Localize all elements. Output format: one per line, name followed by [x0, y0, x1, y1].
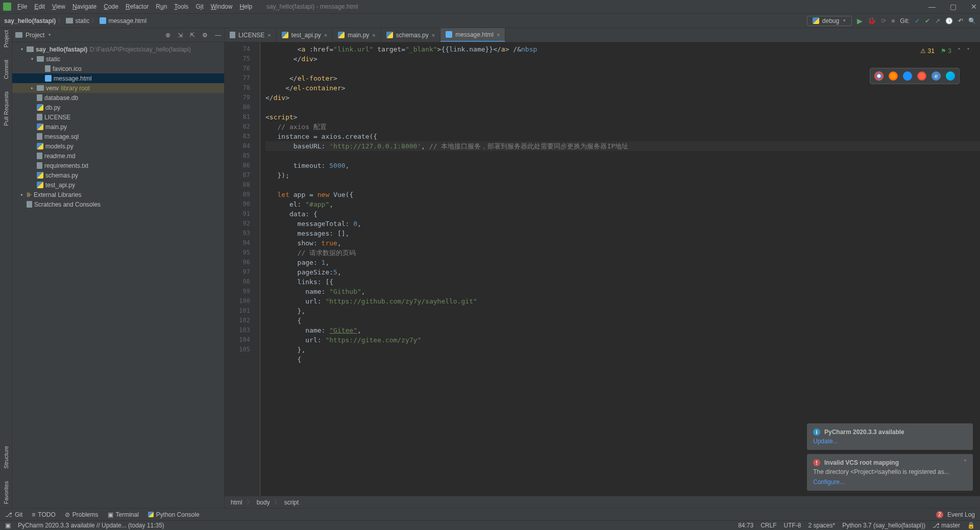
search-button[interactable]: 🔍: [968, 17, 976, 24]
update-link[interactable]: Update...: [813, 438, 838, 445]
opera-icon[interactable]: [917, 71, 926, 81]
expand-all-icon[interactable]: ⇲: [178, 32, 183, 39]
edge-icon[interactable]: [946, 71, 955, 81]
maximize-button[interactable]: ▢: [950, 3, 957, 11]
menu-refactor[interactable]: Refactor: [126, 3, 149, 10]
weak-warnings-count[interactable]: ⚑ 3: [941, 47, 951, 55]
collapse-all-icon[interactable]: ⇱: [190, 32, 195, 39]
tool-todo[interactable]: ≡TODO: [32, 511, 55, 518]
folder-icon: [66, 18, 73, 23]
cursor-position[interactable]: 84:73: [738, 522, 753, 529]
lock-icon[interactable]: 🔒: [967, 522, 975, 529]
tool-commit[interactable]: Commit: [3, 60, 9, 79]
tree-file[interactable]: main.py: [12, 122, 224, 132]
run-button[interactable]: ▶: [857, 17, 863, 25]
close-icon[interactable]: ×: [497, 32, 500, 38]
firefox-icon[interactable]: [889, 71, 898, 81]
close-icon[interactable]: ×: [324, 32, 327, 38]
settings-icon[interactable]: ⚙: [202, 32, 208, 39]
tree-favicon[interactable]: favicon.ico: [12, 64, 224, 73]
tree-venv[interactable]: ▸venvlibrary root: [12, 83, 224, 93]
tree-scratches[interactable]: Scratches and Consoles: [12, 199, 224, 209]
run-config-selector[interactable]: debug ▼: [807, 16, 852, 26]
encoding[interactable]: UTF-8: [784, 522, 801, 529]
git-update-button[interactable]: ✓: [915, 17, 920, 24]
debug-button[interactable]: 🐞: [868, 17, 876, 24]
tree-file[interactable]: db.py: [12, 103, 224, 112]
tool-favorites[interactable]: Favorites: [3, 481, 9, 504]
warnings-count[interactable]: ⚠ 31: [920, 47, 935, 55]
tree-file[interactable]: models.py: [12, 141, 224, 151]
menu-view[interactable]: View: [52, 3, 65, 10]
project-title[interactable]: Project: [26, 32, 44, 39]
menu-code[interactable]: Code: [104, 3, 118, 10]
tree-file[interactable]: readme.md: [12, 151, 224, 161]
tree-file[interactable]: LICENSE: [12, 112, 224, 122]
tree-file[interactable]: database.db: [12, 93, 224, 103]
tool-terminal[interactable]: ▣Terminal: [108, 511, 139, 518]
chrome-icon[interactable]: [874, 71, 884, 81]
close-icon[interactable]: ×: [267, 32, 271, 38]
minimize-button[interactable]: —: [928, 3, 936, 11]
menu-run[interactable]: Run: [156, 3, 167, 10]
expand-icon[interactable]: ˅: [964, 459, 967, 466]
tree-file[interactable]: requirements.txt: [12, 161, 224, 170]
tree-file[interactable]: test_api.py: [12, 180, 224, 190]
tab-message-html[interactable]: message.html×: [440, 28, 505, 42]
select-opened-file-icon[interactable]: ⊕: [165, 32, 170, 39]
hide-panel-icon[interactable]: —: [215, 32, 221, 39]
tool-problems[interactable]: ⊘Problems: [65, 511, 99, 518]
close-button[interactable]: ✕: [971, 3, 977, 11]
tool-structure[interactable]: Structure: [3, 446, 9, 469]
ie-icon[interactable]: e: [932, 71, 941, 81]
tree-static[interactable]: ▾static: [12, 54, 224, 64]
menu-tools[interactable]: Tools: [174, 3, 188, 10]
tree-file[interactable]: message.sql: [12, 132, 224, 141]
tab-test-api[interactable]: test_api.py×: [277, 28, 333, 42]
safari-icon[interactable]: [903, 71, 912, 81]
close-icon[interactable]: ×: [372, 32, 375, 38]
tool-pull-requests[interactable]: Pull Requests: [3, 91, 9, 126]
git-branch[interactable]: ⎇ master: [933, 522, 960, 529]
line-separator[interactable]: CRLF: [761, 522, 776, 529]
indent[interactable]: 2 spaces*: [808, 522, 836, 529]
menu-help[interactable]: Help: [239, 3, 252, 10]
menu-edit[interactable]: Edit: [34, 3, 45, 10]
prev-problem[interactable]: ˄: [958, 47, 961, 55]
bc-body[interactable]: body: [257, 499, 270, 506]
chevron-down-icon[interactable]: ▼: [47, 33, 52, 37]
left-tool-gutter: Project Commit Pull Requests Structure F…: [0, 28, 12, 508]
menu-git[interactable]: Git: [195, 3, 203, 10]
bc-script[interactable]: script: [284, 499, 299, 506]
tab-schemas[interactable]: schemas.py×: [381, 28, 440, 42]
bc-html[interactable]: html: [231, 499, 242, 506]
tree-root[interactable]: ▾ say_hello(fastapi) D:\FastAPIProjects\…: [12, 44, 224, 54]
git-rollback-button[interactable]: ↶: [958, 17, 963, 24]
tab-license[interactable]: LICENSE×: [225, 28, 277, 42]
menu-file[interactable]: File: [17, 3, 27, 10]
tool-event-log[interactable]: Event Log: [947, 511, 975, 518]
breadcrumb-file[interactable]: message.html: [108, 17, 146, 24]
stop-button[interactable]: ■: [891, 17, 895, 24]
coverage-button[interactable]: ⟳: [881, 17, 886, 24]
git-history-button[interactable]: 🕓: [945, 17, 953, 24]
tool-git[interactable]: ⎇Git: [5, 511, 22, 518]
tree-external-libs[interactable]: ▸⊪External Libraries: [12, 190, 224, 199]
git-commit-button[interactable]: ✔: [925, 17, 930, 24]
git-push-button[interactable]: ↗: [935, 17, 940, 24]
menu-window[interactable]: Window: [211, 3, 233, 10]
next-problem[interactable]: ˅: [967, 47, 970, 55]
chevron-down-icon: ▼: [842, 18, 846, 23]
configure-link[interactable]: Configure...: [813, 478, 845, 486]
tree-file[interactable]: schemas.py: [12, 170, 224, 180]
breadcrumb-folder[interactable]: static: [75, 17, 89, 24]
interpreter[interactable]: Python 3.7 (say_hello(fastapi)): [842, 522, 925, 529]
status-icon[interactable]: ▣: [5, 522, 11, 529]
tree-message-html[interactable]: message.html: [12, 73, 224, 83]
tool-python-console[interactable]: Python Console: [148, 511, 200, 518]
tab-main[interactable]: main.py×: [333, 28, 381, 42]
tool-project[interactable]: Project: [3, 30, 9, 47]
close-icon[interactable]: ×: [432, 32, 435, 38]
menu-navigate[interactable]: Navigate: [72, 3, 96, 10]
breadcrumb-root[interactable]: say_hello(fastapi): [4, 17, 56, 24]
